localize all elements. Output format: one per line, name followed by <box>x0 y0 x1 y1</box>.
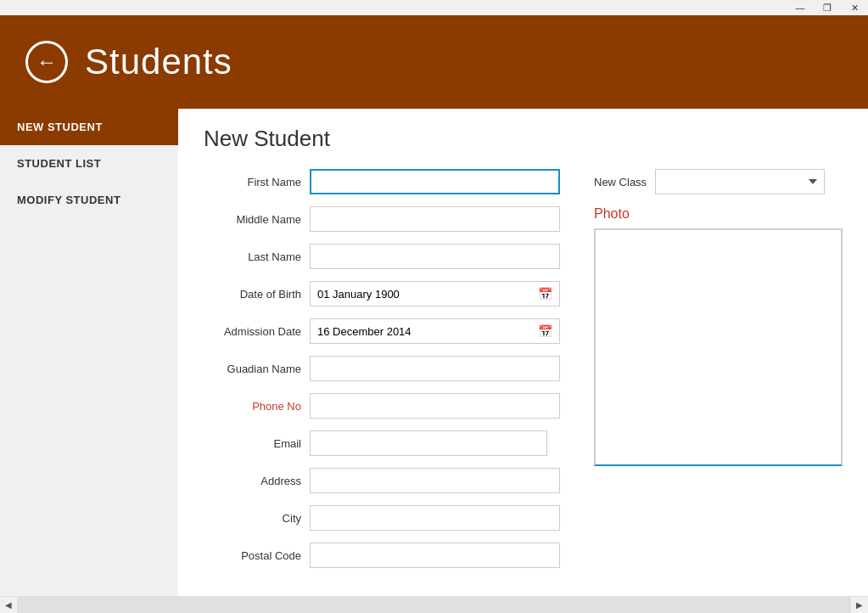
middle-name-row: Middle Name <box>204 206 560 232</box>
sidebar: NEW STUDENT STUDENT LIST MODIFY STUDENT <box>0 109 178 596</box>
photo-label: Photo <box>594 206 843 222</box>
admission-calendar-icon: 📅 <box>538 324 552 338</box>
dob-value: 01 January 1900 <box>317 288 400 301</box>
first-name-label: First Name <box>204 176 301 188</box>
address-row: Address <box>204 468 560 493</box>
sidebar-item-student-list[interactable]: STUDENT LIST <box>0 145 178 182</box>
main-content: New Student First Name Middle Name Last … <box>178 109 868 596</box>
last-name-row: Last Name <box>204 244 560 269</box>
city-input[interactable] <box>310 505 560 531</box>
email-row: Email <box>204 430 560 456</box>
postal-label: Postal Code <box>204 549 301 562</box>
dob-row: Date of Birth 01 January 1900 📅 <box>204 281 560 306</box>
form-left: First Name Middle Name Last Name Date of… <box>204 169 560 580</box>
new-class-row: New Class <box>594 169 843 194</box>
app-header: ← Students <box>0 15 868 109</box>
scroll-right-arrow[interactable]: ▶ <box>851 597 868 614</box>
city-label: City <box>204 512 301 525</box>
class-select[interactable] <box>655 169 825 194</box>
postal-input[interactable] <box>310 543 560 568</box>
close-button[interactable]: ✕ <box>841 0 868 15</box>
new-class-label: New Class <box>594 176 647 188</box>
admission-input[interactable]: 16 December 2014 📅 <box>310 318 560 344</box>
form-layout: First Name Middle Name Last Name Date of… <box>204 169 843 580</box>
scroll-left-arrow[interactable]: ◀ <box>0 597 17 614</box>
phone-row: Phone No <box>204 393 560 419</box>
back-button[interactable]: ← <box>25 41 68 83</box>
address-input[interactable] <box>310 468 560 493</box>
scroll-track[interactable] <box>17 597 851 613</box>
sidebar-item-modify-student[interactable]: MODIFY STUDENT <box>0 182 178 218</box>
address-label: Address <box>204 475 301 487</box>
email-input[interactable] <box>310 430 547 456</box>
sidebar-item-new-student[interactable]: NEW STUDENT <box>0 109 178 145</box>
minimize-button[interactable]: — <box>787 0 814 15</box>
last-name-label: Last Name <box>204 250 301 263</box>
first-name-row: First Name <box>204 169 560 194</box>
restore-button[interactable]: ❐ <box>814 0 841 15</box>
city-row: City <box>204 505 560 531</box>
form-right: New Class Photo <box>594 169 843 580</box>
admission-value: 16 December 2014 <box>317 325 412 338</box>
middle-name-input[interactable] <box>310 206 560 232</box>
phone-input[interactable] <box>310 393 560 419</box>
admission-row: Admission Date 16 December 2014 📅 <box>204 318 560 344</box>
guardian-label: Guadian Name <box>204 363 301 375</box>
dob-input[interactable]: 01 January 1900 📅 <box>310 281 560 306</box>
page-title: New Student <box>204 126 843 152</box>
middle-name-label: Middle Name <box>204 213 301 226</box>
app-title: Students <box>85 42 232 82</box>
photo-box[interactable] <box>594 228 843 466</box>
title-bar: — ❐ ✕ <box>0 0 868 15</box>
back-icon: ← <box>36 50 57 74</box>
first-name-input[interactable] <box>310 169 560 194</box>
guardian-input[interactable] <box>310 356 560 381</box>
last-name-input[interactable] <box>310 244 560 269</box>
calendar-icon: 📅 <box>538 287 552 301</box>
admission-label: Admission Date <box>204 325 301 338</box>
dob-label: Date of Birth <box>204 288 301 301</box>
phone-label: Phone No <box>204 400 301 413</box>
email-label: Email <box>204 437 301 450</box>
postal-row: Postal Code <box>204 543 560 568</box>
guardian-row: Guadian Name <box>204 356 560 381</box>
bottom-scrollbar: ◀ ▶ <box>0 596 868 613</box>
